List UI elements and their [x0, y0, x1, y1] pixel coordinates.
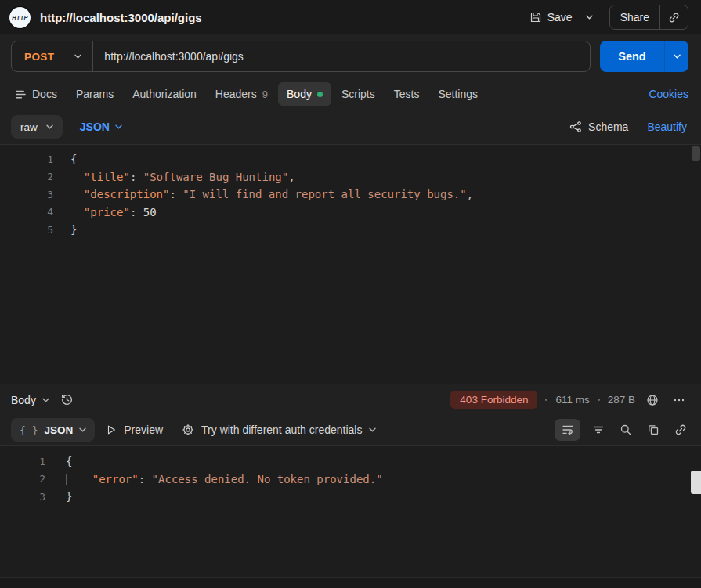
line-number: 2 [11, 473, 45, 485]
response-view-selector[interactable]: Body [11, 394, 49, 406]
code-text[interactable]: { [70, 153, 77, 165]
code-text[interactable]: "description": "I will find and report a… [70, 188, 473, 200]
line-number: 2 [11, 171, 53, 182]
tab-params-label: Params [76, 88, 114, 100]
filter-button[interactable] [589, 420, 608, 439]
preview-button[interactable]: Preview [98, 419, 171, 441]
code-text[interactable]: { [66, 455, 72, 467]
json-braces-icon: { } [20, 424, 38, 436]
tab-settings-label: Settings [438, 88, 478, 100]
code-line: 1{ [11, 453, 701, 471]
response-more-button[interactable] [670, 391, 688, 409]
auth-suggestion-button[interactable]: Try with different auth credentials [174, 419, 384, 441]
http-logo-text: HTTP [12, 14, 27, 21]
request-title: http://localhost:3000/api/gigs [40, 11, 515, 24]
token-key: "error" [92, 473, 139, 485]
line-number: 1 [11, 153, 53, 165]
send-button-group: Send [600, 41, 688, 72]
url-box: POST [11, 41, 591, 72]
history-icon [60, 393, 74, 406]
network-info-button[interactable] [643, 391, 662, 409]
bottom-strip [0, 577, 701, 588]
code-text[interactable]: } [70, 223, 77, 236]
response-history-button[interactable] [57, 390, 77, 409]
preview-label: Preview [124, 424, 163, 436]
language-label: JSON [80, 121, 110, 133]
tab-settings[interactable]: Settings [429, 82, 486, 106]
body-format-toolbar: raw JSON Schema Beautify [0, 110, 701, 144]
response-view-label: Body [11, 394, 36, 406]
tab-body[interactable]: Body [278, 82, 331, 106]
language-selector[interactable]: JSON [80, 121, 122, 133]
code-text[interactable]: } [66, 490, 72, 503]
save-options-button[interactable] [580, 10, 598, 24]
code-line: 1{ [11, 150, 701, 168]
token-key: "title" [84, 171, 130, 183]
tab-scripts[interactable]: Scripts [333, 82, 384, 106]
request-body-editor[interactable]: 1{2 "title": "Software Bug Hunting",3 "d… [0, 144, 701, 384]
search-response-button[interactable] [616, 420, 635, 439]
tab-authorization[interactable]: Authorization [124, 82, 205, 106]
chevron-down-icon [369, 427, 376, 432]
share-button-label: Share [620, 11, 649, 23]
code-text[interactable]: "title": "Software Bug Hunting", [70, 171, 295, 183]
tab-docs[interactable]: Docs [6, 82, 66, 106]
body-format-label: raw [20, 121, 38, 133]
request-body-code: 1{2 "title": "Software Bug Hunting",3 "d… [11, 150, 701, 239]
save-button-label: Save [547, 11, 573, 23]
separator-dot [545, 399, 547, 401]
response-body-editor[interactable]: 1{2 "error": "Access denied. No token pr… [0, 445, 701, 577]
tab-tests[interactable]: Tests [385, 82, 428, 106]
method-selector[interactable]: POST [12, 41, 92, 71]
chevron-down-icon [74, 54, 81, 59]
tab-params[interactable]: Params [67, 82, 122, 106]
url-input[interactable] [93, 41, 590, 71]
token-punc: : [130, 206, 143, 218]
save-button[interactable]: Save [522, 6, 580, 28]
beautify-button[interactable]: Beautify [647, 121, 687, 133]
code-line: 4 "price": 50 [11, 204, 701, 222]
request-url-row: POST Send [0, 34, 701, 78]
token-punc [70, 188, 84, 200]
wrap-text-button[interactable] [555, 419, 580, 441]
code-line: 2 "error": "Access denied. No token prov… [11, 471, 701, 489]
token-punc: : [139, 473, 152, 485]
code-text[interactable]: "price": 50 [70, 206, 157, 218]
send-button[interactable]: Send [600, 41, 664, 72]
request-editor-scrollbar[interactable] [692, 146, 700, 161]
code-line: 3 "description": "I will find and report… [11, 186, 701, 204]
tab-authorization-label: Authorization [132, 88, 197, 100]
docs-icon [15, 88, 27, 100]
headers-count-badge: 9 [262, 88, 268, 100]
tab-headers[interactable]: Headers 9 [207, 82, 276, 106]
response-time: 611 ms [555, 394, 589, 406]
schema-button[interactable]: Schema [569, 121, 628, 133]
cookies-link[interactable]: Cookies [649, 88, 688, 100]
filter-icon [592, 424, 605, 436]
token-punc: { [66, 455, 72, 467]
line-number: 3 [11, 491, 45, 503]
code-line: 5} [11, 221, 701, 239]
token-key: "description" [84, 188, 170, 200]
copy-response-button[interactable] [644, 420, 663, 439]
response-editor-scrollbar[interactable] [691, 471, 701, 494]
share-link-button[interactable] [659, 5, 688, 29]
line-number: 3 [11, 189, 53, 200]
body-modified-dot-icon [317, 92, 323, 97]
code-line: 3} [11, 488, 701, 506]
token-punc: } [70, 223, 77, 236]
tab-tests-label: Tests [394, 88, 420, 100]
link-response-button[interactable] [671, 420, 690, 439]
response-format-label: JSON [44, 424, 73, 436]
share-button[interactable]: Share [610, 5, 659, 29]
body-format-selector[interactable]: raw [11, 115, 63, 139]
token-str: "I will find and report all security bug… [182, 188, 466, 200]
token-punc [66, 473, 92, 485]
chevron-down-icon [79, 427, 86, 432]
send-options-button[interactable] [664, 41, 688, 72]
method-label: POST [24, 51, 54, 63]
schema-label: Schema [588, 121, 628, 133]
line-number: 1 [11, 456, 45, 467]
response-format-selector[interactable]: { } JSON [11, 418, 95, 442]
code-text[interactable]: "error": "Access denied. No token provid… [66, 473, 383, 486]
